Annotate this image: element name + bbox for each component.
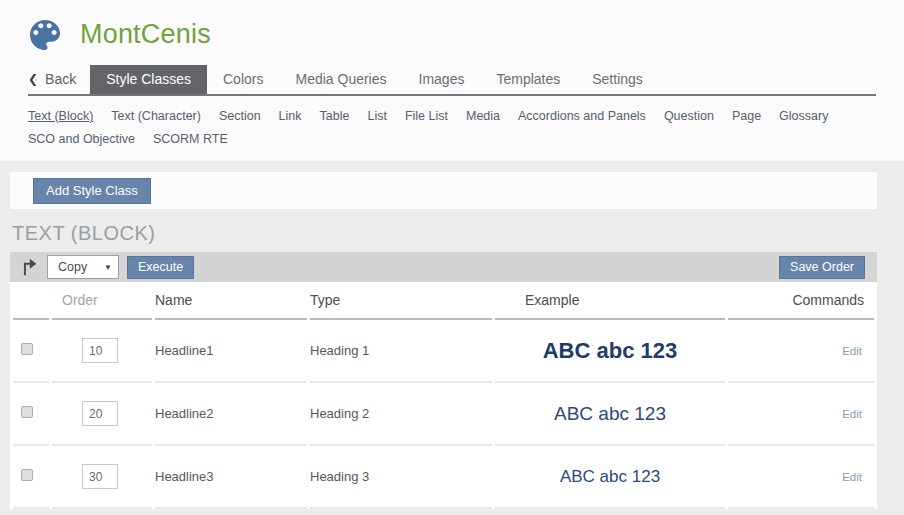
subnav-line-2: SCO and Objective SCORM RTE	[28, 128, 876, 151]
header-select	[13, 282, 49, 320]
style-class-panel: Copy ▼ Execute Save Order Order Name Ty	[10, 252, 877, 509]
subnav-page[interactable]: Page	[732, 105, 761, 128]
top-header: MontCenis ❮ Back Style Classes Colors Me…	[0, 0, 904, 161]
edit-link[interactable]: Edit	[842, 408, 862, 420]
subnav-sco-objective[interactable]: SCO and Objective	[28, 128, 135, 151]
page: MontCenis ❮ Back Style Classes Colors Me…	[0, 0, 904, 515]
header-name: Name	[155, 282, 307, 320]
subnav-section[interactable]: Section	[219, 105, 261, 128]
style-name: Headline2	[155, 383, 307, 446]
order-input[interactable]	[82, 338, 118, 363]
subnav-line-1: Text (Block) Text (Character) Section Li…	[28, 105, 876, 128]
subnav-question[interactable]: Question	[664, 105, 714, 128]
tab-templates[interactable]: Templates	[480, 65, 576, 94]
edit-link[interactable]: Edit	[842, 345, 862, 357]
row-select-checkbox[interactable]	[21, 343, 33, 355]
table-row: Headline3 Heading 3 ABC abc 123 Edit	[13, 446, 874, 509]
brand-row: MontCenis	[0, 0, 904, 58]
back-label: Back	[45, 71, 76, 87]
tab-style-classes[interactable]: Style Classes	[90, 65, 207, 94]
subnav-media[interactable]: Media	[466, 105, 500, 128]
tab-images[interactable]: Images	[403, 65, 481, 94]
order-input[interactable]	[82, 401, 118, 426]
bulk-action-value: Copy	[58, 260, 87, 274]
header-order: Order	[52, 282, 152, 320]
subnav-accordions-panels[interactable]: Accordions and Panels	[518, 105, 646, 128]
tab-colors[interactable]: Colors	[207, 65, 279, 94]
add-style-class-button[interactable]: Add Style Class	[33, 178, 151, 204]
add-style-band: Add Style Class	[10, 172, 877, 209]
row-select-checkbox[interactable]	[21, 406, 33, 418]
table-row: Headline1 Heading 1 ABC abc 123 Edit	[13, 320, 874, 383]
subnav-text-block[interactable]: Text (Block)	[28, 105, 93, 128]
style-name: Headline3	[155, 446, 307, 509]
app-title: MontCenis	[80, 19, 211, 50]
back-chevron-icon: ❮	[28, 72, 38, 86]
execute-button[interactable]: Execute	[127, 256, 194, 279]
header-commands: Commands	[728, 282, 874, 320]
chevron-down-icon: ▼	[104, 263, 112, 272]
style-type: Heading 3	[310, 446, 492, 509]
back-button[interactable]: ❮ Back	[28, 65, 90, 94]
subnav-file-list[interactable]: File List	[405, 105, 448, 128]
header-example: Example	[495, 282, 725, 320]
table-row: Headline2 Heading 2 ABC abc 123 Edit	[13, 383, 874, 446]
save-order-button[interactable]: Save Order	[779, 256, 865, 279]
style-name: Headline1	[155, 320, 307, 383]
style-example: ABC abc 123	[543, 338, 678, 363]
palette-logo-icon	[25, 15, 65, 55]
header-type: Type	[310, 282, 492, 320]
style-class-table: Order Name Type Example Commands Headlin…	[10, 282, 877, 509]
subnav-link[interactable]: Link	[279, 105, 302, 128]
edit-link[interactable]: Edit	[842, 471, 862, 483]
order-input[interactable]	[82, 464, 118, 489]
style-type: Heading 2	[310, 383, 492, 446]
tab-settings[interactable]: Settings	[576, 65, 659, 94]
subnav-scorm-rte[interactable]: SCORM RTE	[153, 128, 228, 151]
bulk-apply-arrow-icon	[20, 257, 38, 277]
subnav-glossary[interactable]: Glossary	[779, 105, 828, 128]
tab-media-queries[interactable]: Media Queries	[279, 65, 402, 94]
subnav-list[interactable]: List	[367, 105, 386, 128]
bulk-action-select[interactable]: Copy ▼	[47, 255, 119, 279]
style-example: ABC abc 123	[554, 403, 666, 424]
style-type: Heading 1	[310, 320, 492, 383]
tab-bar: ❮ Back Style Classes Colors Media Querie…	[28, 65, 876, 96]
section-title: TEXT (BLOCK)	[12, 222, 904, 245]
style-example: ABC abc 123	[560, 467, 660, 486]
subnav: Text (Block) Text (Character) Section Li…	[0, 96, 904, 153]
bulk-action-toolbar: Copy ▼ Execute Save Order	[10, 252, 877, 282]
subnav-table[interactable]: Table	[320, 105, 350, 128]
row-select-checkbox[interactable]	[21, 469, 33, 481]
table-header-row: Order Name Type Example Commands	[13, 282, 874, 320]
subnav-text-character[interactable]: Text (Character)	[111, 105, 201, 128]
